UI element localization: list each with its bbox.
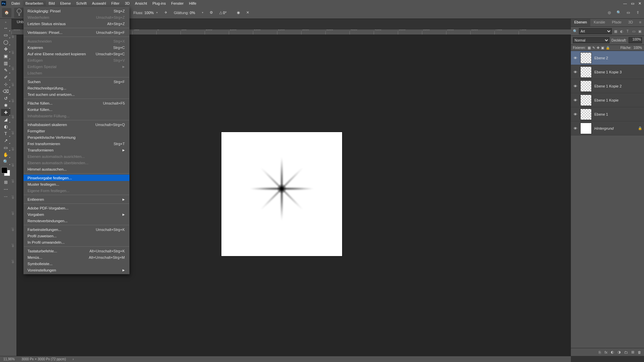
menu-fenster[interactable]: Fenster bbox=[168, 1, 186, 6]
layer-row[interactable]: 👁Hintergrund🔒 bbox=[571, 121, 644, 135]
menu-item-farbeinstellungen[interactable]: Farbeinstellungen...Umschalt+Strg+K bbox=[23, 226, 129, 233]
toolbar-expand-icon[interactable]: » bbox=[5, 20, 6, 24]
filter-shape-icon[interactable]: ▭ bbox=[631, 29, 636, 34]
document-canvas[interactable] bbox=[221, 132, 342, 256]
lock-position-icon[interactable]: ✥ bbox=[597, 46, 599, 50]
smoothing-options-icon[interactable]: ⚙ bbox=[207, 9, 215, 17]
menu-item-muster-festlegen[interactable]: Muster festlegen... bbox=[23, 181, 129, 187]
edit-menu-dropdown[interactable]: Rückgängig: PinselStrg+ZWiederholenUmsch… bbox=[23, 7, 129, 274]
menu-bild[interactable]: Bild bbox=[46, 1, 57, 6]
filter-smart-icon[interactable]: ▣ bbox=[637, 29, 642, 34]
menu-item-entleeren[interactable]: Entleeren▶ bbox=[23, 196, 129, 202]
tool-10[interactable]: ↺ bbox=[1, 95, 10, 102]
lock-pixels-icon[interactable]: ✎ bbox=[592, 46, 595, 50]
symmetry-icon[interactable]: ✕ bbox=[244, 9, 252, 17]
minimize-button[interactable]: — bbox=[623, 1, 627, 6]
menu-item-in-profil-umwandeln[interactable]: In Profil umwandeln... bbox=[23, 239, 129, 245]
link-layers-icon[interactable]: ⎘ bbox=[599, 350, 601, 354]
menu-item-kopieren[interactable]: KopierenStrg+C bbox=[23, 44, 129, 51]
layer-name[interactable]: Ebene 1 Kopie bbox=[594, 98, 642, 102]
menu-item-pinselvorgabe-festlegen[interactable]: Pinselvorgabe festlegen... bbox=[23, 175, 129, 181]
layer-name[interactable]: Ebene 2 bbox=[594, 56, 642, 60]
menu-item-men-s[interactable]: Menüs...Alt+Umschalt+Strg+M bbox=[23, 254, 129, 260]
layer-row[interactable]: 👁Ebene 1 bbox=[571, 107, 644, 121]
document-info[interactable]: 3000 Px × 3000 Px (72 ppcm) bbox=[21, 357, 66, 361]
layer-fill-input[interactable]: 100% bbox=[633, 46, 642, 50]
layer-row[interactable]: 👁Ebene 1 Kopie bbox=[571, 93, 644, 107]
lock-all-icon[interactable]: 🔒 bbox=[606, 46, 610, 50]
layer-group-icon[interactable]: 🗀 bbox=[624, 350, 628, 354]
layer-thumbnail[interactable] bbox=[580, 80, 592, 92]
layer-row[interactable]: 👁Ebene 2 bbox=[571, 51, 644, 65]
menu-filter[interactable]: Filter bbox=[109, 1, 122, 6]
filter-adjust-icon[interactable]: ◐ bbox=[619, 29, 624, 34]
smoothing-input[interactable]: 0% bbox=[190, 11, 201, 15]
brush-preset-picker[interactable]: 9 bbox=[14, 8, 24, 18]
foreground-color[interactable] bbox=[1, 167, 7, 173]
tool-17[interactable]: ▭ bbox=[1, 144, 10, 151]
tool-8[interactable]: ⊹ bbox=[1, 81, 10, 88]
menu-item-kontur-f-llen[interactable]: Kontur füllen... bbox=[23, 106, 129, 113]
tool-18[interactable]: ✋ bbox=[1, 151, 10, 158]
layer-thumbnail[interactable] bbox=[580, 123, 592, 134]
zoom-level[interactable]: 11,96% bbox=[3, 357, 15, 361]
tool-16[interactable]: ↗ bbox=[1, 137, 10, 144]
menu-item-auf-eine-ebene-reduziert-kopieren[interactable]: Auf eine Ebene reduziert kopierenUmschal… bbox=[23, 51, 129, 57]
tool-13[interactable]: ◢ bbox=[1, 116, 10, 123]
menu-schrift[interactable]: Schrift bbox=[73, 1, 89, 6]
panel-tab-3d[interactable]: 3D bbox=[625, 19, 636, 26]
layer-thumbnail[interactable] bbox=[580, 66, 592, 78]
menu-item-letzten-status-ein-aus[interactable]: Letzten Status ein/ausAlt+Strg+Z bbox=[23, 20, 129, 27]
tool-extra-1[interactable]: ⋯ bbox=[1, 186, 10, 193]
tool-14[interactable]: ◐ bbox=[1, 123, 10, 130]
search-icon[interactable]: 🔍 bbox=[616, 10, 622, 16]
new-layer-icon[interactable]: ⊞ bbox=[631, 350, 634, 354]
layer-opacity-input[interactable]: 100% bbox=[629, 37, 642, 43]
menu-ansicht[interactable]: Ansicht bbox=[132, 1, 150, 6]
menu-item-himmel-austauschen[interactable]: Himmel austauschen... bbox=[23, 166, 129, 172]
lock-transparency-icon[interactable]: ▦ bbox=[588, 46, 591, 50]
close-button[interactable]: ✕ bbox=[638, 1, 641, 6]
layer-thumbnail[interactable] bbox=[580, 109, 592, 120]
menu-item-fl-che-f-llen[interactable]: Fläche füllen...Umschalt+F5 bbox=[23, 100, 129, 106]
tool-extra-2[interactable]: ··· bbox=[1, 193, 10, 200]
layer-fx-icon[interactable]: fx bbox=[604, 350, 607, 354]
pressure-size-icon[interactable]: ◉ bbox=[234, 9, 243, 17]
home-button[interactable]: 🏠 bbox=[2, 8, 11, 17]
layer-visibility-icon[interactable]: 👁 bbox=[573, 84, 578, 88]
layer-row[interactable]: 👁Ebene 1 Kopie 2 bbox=[571, 79, 644, 93]
menu-plug-ins[interactable]: Plug-ins bbox=[150, 1, 168, 6]
panel-tab-pfade[interactable]: Pfade bbox=[608, 19, 625, 26]
tool-4[interactable]: ▣ bbox=[1, 53, 10, 60]
select-subject-icon[interactable]: ◎ bbox=[606, 10, 612, 16]
color-swatch[interactable] bbox=[1, 167, 10, 176]
menu-3d[interactable]: 3D bbox=[122, 1, 132, 6]
workspace-icon[interactable]: ▭ bbox=[625, 10, 631, 16]
layer-name[interactable]: Hintergrund bbox=[594, 126, 635, 130]
menu-item-formgitter[interactable]: Formgitter bbox=[23, 128, 129, 134]
menu-bearbeiten[interactable]: Bearbeiten bbox=[23, 1, 46, 6]
layer-visibility-icon[interactable]: 👁 bbox=[573, 112, 578, 116]
angle-input[interactable]: 0° bbox=[223, 11, 234, 15]
menu-item-remoteverbindungen[interactable]: Remoteverbindungen... bbox=[23, 218, 129, 224]
maximize-button[interactable]: ▭ bbox=[631, 1, 634, 6]
panel-menu-icon[interactable]: ≡ bbox=[637, 19, 644, 26]
menu-item-tastaturbefehle[interactable]: Tastaturbefehle...Alt+Umschalt+Strg+K bbox=[23, 248, 129, 254]
layer-visibility-icon[interactable]: 👁 bbox=[573, 126, 578, 130]
menu-item-frei-transformieren[interactable]: Frei transformierenStrg+T bbox=[23, 140, 129, 147]
tool-1[interactable]: ▭ bbox=[1, 32, 10, 39]
panel-tab-ebenen[interactable]: Ebenen bbox=[571, 19, 590, 26]
menu-hilfe[interactable]: Hilfe bbox=[186, 1, 199, 6]
filter-type-icon[interactable]: T bbox=[625, 29, 630, 34]
menu-item-vorgaben[interactable]: Vorgaben▶ bbox=[23, 211, 129, 218]
menu-item-adobe-pdf-vorgaben[interactable]: Adobe PDF-Vorgaben... bbox=[23, 205, 129, 211]
chevron-down-icon[interactable]: ▾ bbox=[201, 11, 205, 15]
status-arrow-icon[interactable]: › bbox=[73, 357, 74, 361]
tool-3[interactable]: ✥ bbox=[1, 46, 10, 53]
layer-row[interactable]: 👁Ebene 1 Kopie 3 bbox=[571, 65, 644, 79]
menu-item-profil-zuweisen[interactable]: Profil zuweisen... bbox=[23, 233, 129, 239]
tool-2[interactable]: ◯ bbox=[1, 39, 10, 46]
layer-name[interactable]: Ebene 1 bbox=[594, 112, 642, 116]
tool-19[interactable]: 🔍 bbox=[1, 158, 10, 165]
menu-item-voreinstellungen[interactable]: Voreinstellungen▶ bbox=[23, 267, 129, 273]
